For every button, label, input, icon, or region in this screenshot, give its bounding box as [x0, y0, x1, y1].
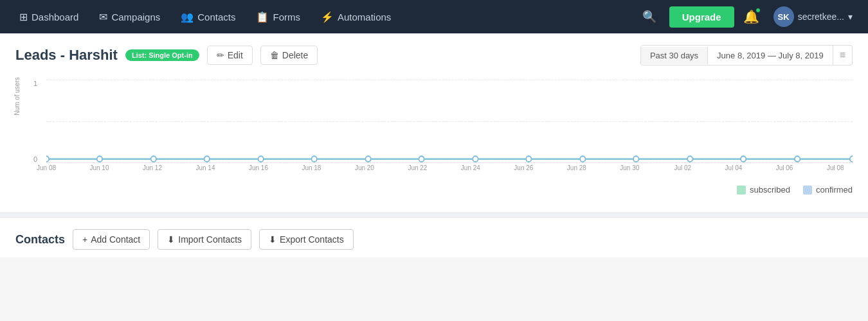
svg-point-21 [312, 156, 317, 162]
x-label-jul06: Jul 06 [776, 164, 793, 171]
nav-campaigns[interactable]: ✉ Campaigns [90, 7, 169, 27]
x-label-jun22: Jun 22 [408, 164, 427, 171]
chart-container: 1 0 Num of users [15, 80, 853, 182]
svg-point-30 [795, 156, 800, 162]
avatar: SK [773, 6, 794, 27]
svg-point-29 [741, 156, 746, 162]
chart-area: 1 0 Num of users [0, 73, 868, 213]
menu-icon[interactable]: ≡ [833, 46, 852, 65]
nav-automations[interactable]: ⚡ Automations [312, 7, 400, 27]
x-label-jul08: Jul 08 [827, 164, 844, 171]
list-type-badge: List: Single Opt-in [125, 49, 199, 61]
notification-dot [755, 8, 761, 13]
y-axis-title: Num of users [14, 77, 21, 115]
automations-icon: ⚡ [321, 11, 334, 23]
nav-forms-label: Forms [273, 12, 300, 22]
svg-point-19 [204, 156, 210, 162]
svg-point-28 [687, 156, 692, 162]
chart-svg [46, 80, 853, 162]
x-label-jun18: Jun 18 [302, 164, 321, 171]
export-contacts-button[interactable]: ⬇ Export Contacts [259, 229, 354, 250]
x-label-jun30: Jun 30 [620, 164, 639, 171]
user-name: secretkee... [798, 12, 844, 22]
nav-automations-label: Automations [338, 12, 391, 22]
svg-point-20 [258, 156, 264, 162]
upload-icon: ⬇ [269, 234, 276, 245]
x-label-jun28: Jun 28 [567, 164, 586, 171]
x-label-jun26: Jun 26 [514, 164, 533, 171]
confirmed-color [803, 186, 812, 195]
svg-point-16 [46, 156, 49, 162]
x-label-jun24: Jun 24 [461, 164, 480, 171]
forms-icon: 📋 [256, 11, 269, 23]
legend-subscribed: subscribed [737, 185, 790, 195]
main-content: Leads - Harshit List: Single Opt-in ✏ Ed… [0, 33, 868, 257]
user-menu[interactable]: SK secretkee... ▾ [768, 4, 858, 30]
nav-campaigns-label: Campaigns [111, 12, 160, 22]
trash-icon: 🗑 [270, 50, 279, 60]
y-label-1: 1 [33, 80, 37, 87]
upgrade-button[interactable]: Upgrade [669, 6, 734, 28]
edit-icon: ✏ [217, 50, 224, 60]
y-label-0: 0 [33, 155, 37, 163]
svg-point-26 [580, 156, 585, 162]
contacts-title: Contacts [15, 233, 65, 247]
date-range-selector[interactable]: Past 30 days June 8, 2019 — July 8, 2019… [640, 45, 853, 65]
svg-point-31 [850, 156, 853, 162]
campaigns-icon: ✉ [99, 11, 107, 23]
chevron-down-icon: ▾ [848, 12, 853, 22]
svg-point-17 [97, 156, 102, 162]
x-axis: Jun 08 Jun 10 Jun 12 Jun 14 Jun 16 Jun 1… [46, 164, 853, 182]
chart-legend: subscribed confirmed [15, 182, 853, 200]
edit-button[interactable]: ✏ Edit [207, 46, 253, 65]
period-label: Past 30 days [641, 47, 708, 64]
add-contact-button[interactable]: + Add Contact [73, 229, 150, 250]
navbar: ⊞ Dashboard ✉ Campaigns 👥 Contacts 📋 For… [0, 0, 868, 33]
contacts-icon: 👥 [181, 11, 194, 23]
nav-contacts[interactable]: 👥 Contacts [172, 7, 244, 27]
svg-point-23 [419, 156, 424, 162]
page-title: Leads - Harshit [15, 47, 118, 64]
x-label-jun10: Jun 10 [89, 164, 109, 171]
svg-point-25 [526, 156, 531, 162]
grid-line-bottom [46, 162, 853, 163]
date-range-value: June 8, 2019 — July 8, 2019 [708, 47, 833, 64]
svg-point-27 [633, 156, 638, 162]
plus-icon: + [82, 234, 87, 245]
x-label-jun16: Jun 16 [249, 164, 268, 171]
notifications-button[interactable]: 🔔 [737, 5, 766, 28]
x-label-jun14: Jun 14 [195, 164, 215, 171]
subscribed-color [737, 186, 746, 195]
nav-forms[interactable]: 📋 Forms [247, 7, 309, 27]
subscribed-label: subscribed [750, 185, 790, 195]
delete-button[interactable]: 🗑 Delete [260, 46, 318, 65]
import-contacts-button[interactable]: ⬇ Import Contacts [158, 229, 251, 250]
x-label-jul04: Jul 04 [725, 164, 743, 171]
page-header: Leads - Harshit List: Single Opt-in ✏ Ed… [0, 33, 868, 73]
x-label-jun08: Jun 08 [37, 164, 56, 171]
section-divider [0, 213, 868, 218]
nav-dashboard-label: Dashboard [32, 12, 78, 22]
confirmed-label: confirmed [816, 185, 853, 195]
svg-point-18 [151, 156, 156, 162]
svg-point-22 [366, 156, 371, 162]
legend-confirmed: confirmed [803, 185, 853, 195]
chart-plot [46, 80, 853, 163]
svg-point-24 [473, 156, 478, 162]
contacts-section: Contacts + Add Contact ⬇ Import Contacts… [0, 218, 868, 257]
nav-contacts-label: Contacts [197, 12, 235, 22]
dashboard-icon: ⊞ [19, 11, 28, 23]
x-label-jun20: Jun 20 [355, 164, 374, 171]
search-button[interactable]: 🔍 [637, 4, 662, 29]
contacts-header: Contacts + Add Contact ⬇ Import Contacts… [15, 229, 853, 250]
x-label-jul02: Jul 02 [674, 164, 691, 171]
x-label-jun12: Jun 12 [143, 164, 162, 171]
nav-dashboard[interactable]: ⊞ Dashboard [10, 7, 87, 27]
download-icon: ⬇ [167, 234, 175, 245]
